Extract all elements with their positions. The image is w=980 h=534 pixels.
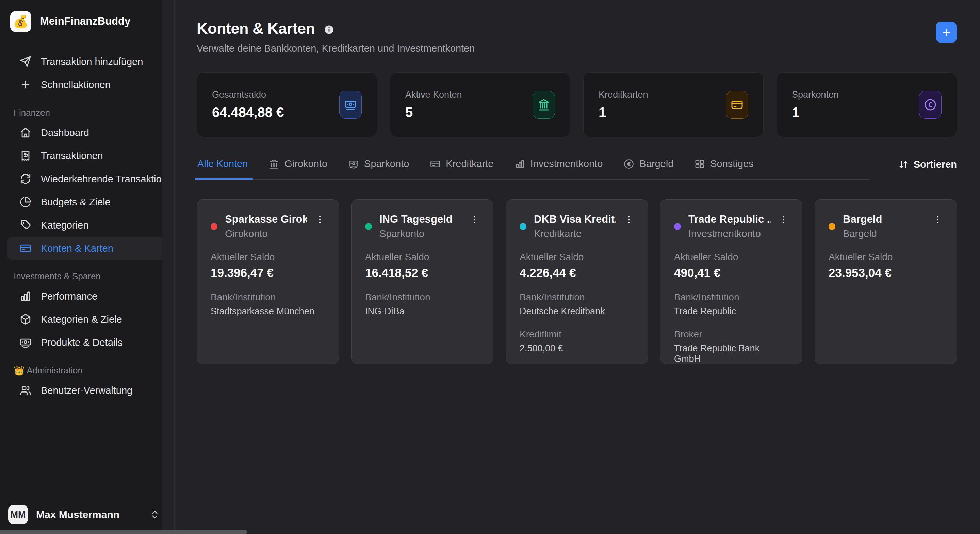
sidebar-item-wiederkehrende-transaktionen[interactable]: Wiederkehrende Transaktionen (7, 168, 167, 190)
sidebar-section-administration: 👑 Administration (0, 365, 174, 376)
account-card-ing[interactable]: ING Tagesgeld Sparkonto Aktueller Saldo … (351, 199, 493, 364)
field-label: Bank/Institution (674, 292, 788, 303)
sidebar-scrollbar-track[interactable] (162, 0, 174, 534)
tab-label: Girokonto (285, 158, 327, 169)
bank-icon-tile (533, 91, 555, 119)
tab-sparkonto[interactable]: Sparkonto (348, 156, 410, 179)
app-name: MeinFinanzBuddy (40, 15, 130, 27)
sidebar-item-transaktionen[interactable]: Transaktionen (7, 145, 167, 167)
bank-icon (538, 99, 550, 111)
tab-alle-konten[interactable]: Alle Konten (197, 156, 248, 179)
euro-icon: € (624, 159, 634, 169)
account-type-tabs: Alle Konten Girokonto Sparkonto Kreditka… (197, 156, 870, 180)
field-label: Bank/Institution (365, 292, 479, 303)
grid-icon (695, 159, 705, 169)
account-name: DKB Visa Kredit... (534, 213, 616, 226)
sidebar-item-label: Produkte & Details (41, 337, 123, 348)
account-field: Aktueller Saldo 19.396,47 € (211, 252, 325, 280)
field-value: 19.396,47 € (211, 266, 325, 280)
sidebar-item-schnellaktionen[interactable]: Schnellaktionen (7, 73, 167, 96)
plus-icon (20, 79, 31, 91)
arrow-up-down-icon (899, 160, 908, 169)
sidebar-item-kategorien-ziele[interactable]: Kategorien & Ziele (7, 308, 167, 331)
summary-label: Gesamtsaldo (212, 89, 284, 100)
account-name: Bargeld (843, 213, 925, 226)
sidebar-item-produkte-details[interactable]: Produkte & Details (7, 331, 167, 354)
field-value: 490,41 € (674, 266, 788, 280)
account-type: Bargeld (843, 228, 925, 240)
sidebar-item-transaktion-hinzufuegen[interactable]: Transaktion hinzufügen (7, 50, 167, 73)
account-cards: Sparkasse Girok... Girokonto Aktueller S… (197, 199, 957, 364)
field-value: 23.953,04 € (829, 266, 943, 280)
kebab-menu-icon[interactable] (933, 215, 943, 225)
field-label: Aktueller Saldo (674, 252, 788, 262)
sidebar-item-budgets-ziele[interactable]: Budgets & Ziele (7, 191, 167, 213)
account-card-bargeld[interactable]: Bargeld Bargeld Aktueller Saldo 23.953,0… (815, 199, 957, 364)
summary-value: 5 (405, 105, 462, 120)
field-value: 4.226,44 € (520, 266, 634, 280)
account-field: Aktueller Saldo 16.418,52 € (365, 252, 479, 280)
field-label: Aktueller Saldo (211, 252, 325, 262)
field-label: Kreditlimit (520, 329, 634, 340)
credit-card-icon (731, 99, 743, 111)
sidebar-item-label: Kategorien (41, 220, 89, 231)
tag-icon (20, 219, 31, 231)
tab-label: Sparkonto (364, 158, 409, 169)
euro-icon: € (924, 99, 937, 111)
tab-label: Bargeld (640, 158, 673, 169)
account-name: ING Tagesgeld (379, 213, 462, 226)
sidebar-item-benutzer-verwaltung[interactable]: Benutzer-Verwaltung (7, 379, 167, 402)
tab-bargeld[interactable]: € Bargeld (623, 156, 674, 179)
money-bag-icon: 💰 (10, 11, 31, 32)
account-name: Sparkasse Girok... (225, 213, 307, 226)
sidebar-item-label: Kategorien & Ziele (41, 314, 122, 325)
tab-label: Alle Konten (197, 158, 248, 169)
sort-button[interactable]: Sortieren (899, 159, 957, 170)
tab-investmentkonto[interactable]: Investmentkonto (514, 156, 604, 179)
user-menu[interactable]: MM Max Mustermann (8, 505, 160, 524)
account-type: Kreditkarte (534, 228, 616, 240)
sidebar-item-dashboard[interactable]: Dashboard (7, 121, 167, 144)
summary-label: Sparkonten (792, 89, 839, 100)
account-field: Kreditlimit 2.500,00 € (520, 329, 634, 354)
main-content: Konten & Karten Verwalte deine Bankkonte… (175, 0, 980, 534)
page-subtitle: Verwalte deine Bankkonten, Kreditkarten … (197, 43, 475, 54)
kebab-menu-icon[interactable] (778, 215, 788, 225)
sidebar-item-konten-karten[interactable]: Konten & Karten (7, 237, 167, 259)
send-icon (20, 56, 31, 67)
tab-kreditkarte[interactable]: Kreditkarte (430, 156, 494, 179)
account-field: Bank/Institution ING-DiBa (365, 292, 479, 317)
euro-icon-tile: € (919, 91, 942, 119)
tab-girokonto[interactable]: Girokonto (268, 156, 328, 179)
horizontal-scrollbar-thumb[interactable] (0, 530, 247, 534)
sidebar-item-label: Dashboard (41, 127, 89, 138)
info-icon[interactable] (324, 24, 334, 35)
account-color-dot (520, 223, 527, 230)
banknote-icon (20, 337, 31, 348)
banknote-icon-tile (339, 91, 362, 119)
account-card-trade-republic[interactable]: Trade Republic ... Investmentkonto Aktue… (660, 199, 802, 364)
sidebar-item-label: Performance (41, 291, 97, 302)
sidebar-item-label: Transaktionen (41, 150, 103, 162)
sidebar-item-performance[interactable]: Performance (7, 285, 167, 307)
kebab-menu-icon[interactable] (469, 215, 479, 225)
page-header: Konten & Karten Verwalte deine Bankkonte… (197, 20, 957, 54)
tab-sonstiges[interactable]: Sonstiges (694, 156, 754, 179)
account-card-sparkasse[interactable]: Sparkasse Girok... Girokonto Aktueller S… (197, 199, 339, 364)
add-account-button[interactable] (936, 22, 957, 43)
account-card-dkb[interactable]: DKB Visa Kredit... Kreditkarte Aktueller… (506, 199, 648, 364)
account-color-dot (674, 223, 681, 230)
field-value: Trade Republic (674, 306, 788, 317)
chevrons-up-down-icon (150, 510, 160, 520)
kebab-menu-icon[interactable] (624, 215, 634, 225)
account-field: Aktueller Saldo 23.953,04 € (829, 252, 943, 280)
credit-card-icon (430, 159, 440, 169)
home-icon (20, 127, 31, 138)
kebab-menu-icon[interactable] (315, 215, 325, 225)
user-name: Max Mustermann (36, 509, 119, 520)
sidebar-section-finanzen-items: Dashboard Transaktionen Wiederkehrende T… (0, 121, 174, 259)
sidebar-item-kategorien[interactable]: Kategorien (7, 214, 167, 237)
plus-icon (941, 27, 952, 38)
sort-button-label: Sortieren (914, 159, 957, 170)
credit-card-icon (20, 243, 31, 254)
